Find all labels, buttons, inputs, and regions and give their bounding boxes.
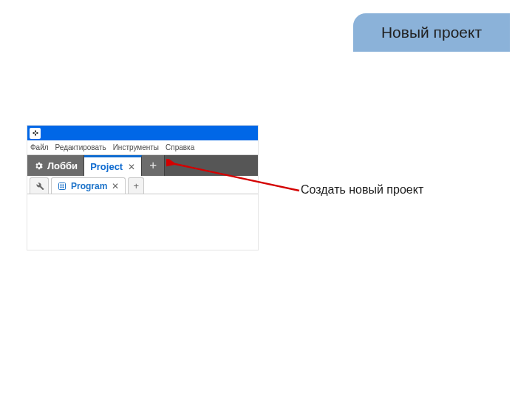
project-tab-strip: Лобби Project ✕ + [27,155,258,176]
gear-icon [33,160,44,171]
callout-label: Создать новый проект [301,183,423,197]
tab-project-label: Project [90,161,123,172]
svg-rect-1 [61,184,62,185]
svg-rect-0 [59,183,66,189]
app-screenshot: Файл Редактировать Инструменты Справка Л… [27,126,258,250]
wrench-button[interactable] [30,177,49,194]
menu-file[interactable]: Файл [30,143,49,151]
slide-title: Новый проект [353,13,510,52]
tab-add-program[interactable]: + [128,177,144,194]
tab-add-project[interactable]: + [142,155,165,176]
tab-project[interactable]: Project ✕ [84,155,142,176]
window-titlebar [27,126,258,140]
menu-edit[interactable]: Редактировать [55,143,106,151]
close-icon[interactable]: ✕ [112,181,119,191]
plus-icon: + [134,180,140,191]
plus-icon: + [149,158,157,173]
close-icon[interactable]: ✕ [128,162,135,172]
menu-tools[interactable]: Инструменты [113,143,159,151]
tab-lobby[interactable]: Лобби [27,155,84,176]
slide-title-text: Новый проект [381,24,482,41]
program-tab-strip: Program ✕ + [27,176,258,194]
tab-program-label: Program [71,181,107,191]
svg-rect-2 [63,184,64,185]
tab-program[interactable]: Program ✕ [51,177,126,194]
svg-rect-4 [63,186,64,188]
svg-rect-3 [61,186,62,188]
program-icon [58,182,66,191]
tab-lobby-label: Лобби [47,160,78,171]
menu-help[interactable]: Справка [166,143,194,151]
menubar: Файл Редактировать Инструменты Справка [27,140,258,155]
app-icon [30,128,41,139]
